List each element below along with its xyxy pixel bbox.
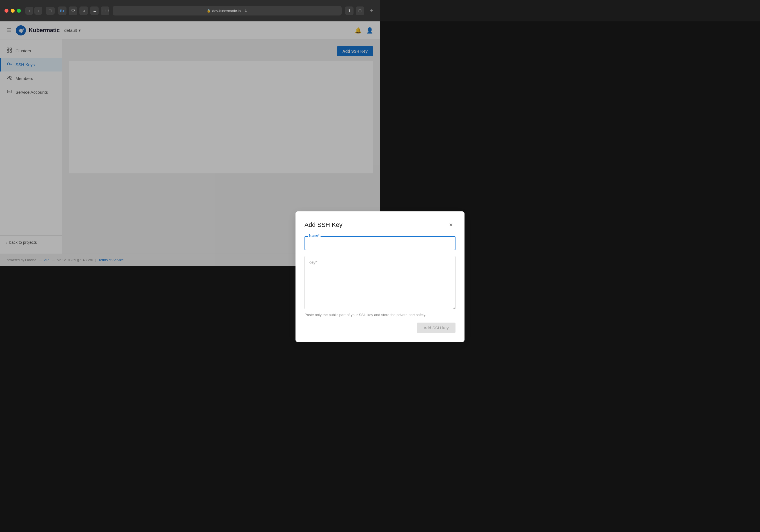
traffic-lights [5, 9, 21, 13]
new-tab-button[interactable]: + [368, 7, 375, 15]
name-input[interactable] [305, 236, 380, 250]
modal-header: Add SSH Key × [305, 220, 380, 229]
modal-title: Add SSH Key [305, 221, 343, 229]
nav-buttons: ‹ › [25, 7, 42, 15]
sidebar-toggle-button[interactable]: ⊡ [356, 7, 364, 15]
ext-grid-button[interactable]: ⋮⋮⋮ [101, 7, 109, 15]
name-field-group: Name* [305, 236, 380, 250]
lock-icon: 🔒 [207, 9, 211, 13]
ext-b-button[interactable]: B+ [58, 7, 67, 15]
browser-extensions: B+ 🛡 ⊙ ☁ ⋮⋮⋮ [58, 7, 109, 15]
close-traffic-light[interactable] [5, 9, 9, 13]
url-text: dev.kubermatic.io [213, 9, 241, 13]
reload-icon[interactable]: ↻ [245, 9, 248, 13]
tab-view-button[interactable]: ⊡ [46, 7, 55, 15]
back-button[interactable]: ‹ [25, 7, 33, 15]
url-bar[interactable]: 🔒 dev.kubermatic.io ↻ [113, 6, 342, 16]
ext-cloud-button[interactable]: ☁ [90, 7, 99, 15]
modal-overlay[interactable]: Add SSH Key × Name* Key* Paste only the … [0, 22, 380, 266]
fullscreen-traffic-light[interactable] [17, 9, 21, 13]
forward-button[interactable]: › [34, 7, 42, 15]
ext-shield-button[interactable]: 🛡 [69, 7, 77, 15]
browser-actions: ⬆ ⊡ [345, 7, 364, 15]
share-button[interactable]: ⬆ [345, 7, 354, 15]
ext-circle-button[interactable]: ⊙ [79, 7, 88, 15]
key-field-group: Key* [305, 256, 380, 266]
key-textarea[interactable] [305, 256, 380, 266]
browser-chrome: ‹ › ⊡ B+ 🛡 ⊙ ☁ ⋮⋮⋮ 🔒 dev.kubermatic.io ↻… [0, 0, 380, 22]
name-field-label: Name* [308, 234, 320, 238]
minimize-traffic-light[interactable] [11, 9, 15, 13]
add-ssh-key-modal: Add SSH Key × Name* Key* Paste only the … [296, 211, 380, 266]
